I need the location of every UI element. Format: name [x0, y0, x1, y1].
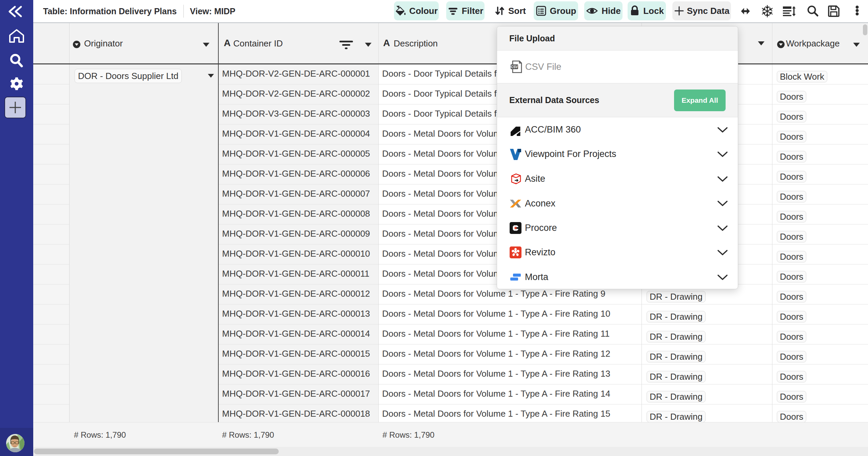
svg-text:CSV: CSV	[511, 65, 518, 69]
